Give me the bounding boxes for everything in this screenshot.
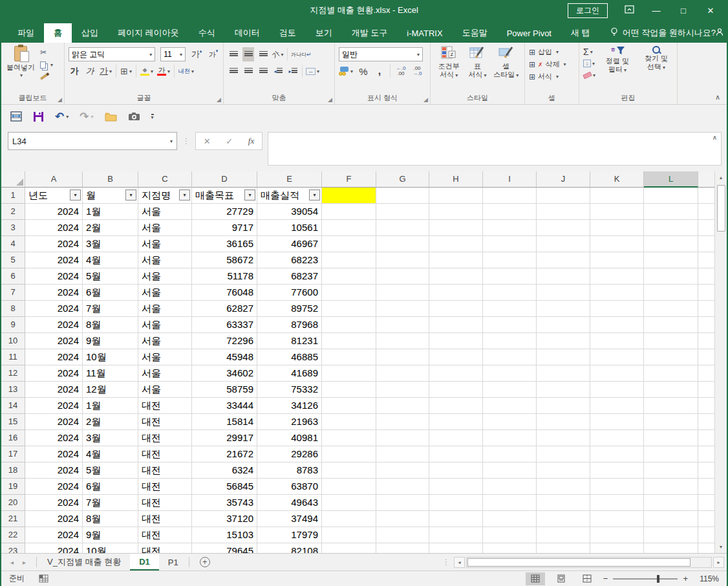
cell[interactable] [644, 414, 698, 430]
cell[interactable] [429, 220, 483, 236]
scroll-right-button[interactable]: ▸ [713, 557, 724, 568]
merge-center-button[interactable]: ↔▾ [306, 64, 319, 78]
cell[interactable] [537, 349, 590, 365]
cell[interactable]: 2024 [25, 333, 83, 349]
cell[interactable] [590, 511, 644, 527]
cell[interactable] [322, 479, 376, 495]
cell[interactable] [376, 204, 429, 220]
row-header-14[interactable]: 14 [1, 398, 25, 414]
cell[interactable] [483, 511, 537, 527]
cell[interactable] [644, 495, 698, 511]
cell[interactable]: 대전 [138, 527, 192, 543]
cell[interactable]: 2024 [25, 268, 83, 285]
minimize-button[interactable]: — [650, 6, 662, 16]
cell[interactable] [429, 268, 483, 285]
macro-record-button[interactable] [39, 574, 48, 583]
number-format-combo[interactable]: 일반▾ [339, 47, 423, 61]
fill-color-button[interactable]: ◆▾ [140, 64, 153, 78]
top-align-button[interactable] [228, 47, 239, 61]
sheet-tab-V_지점별 매출 현황[interactable]: V_지점별 매출 현황 [38, 554, 130, 570]
zoom-in-button[interactable]: + [683, 574, 688, 583]
cell[interactable] [644, 349, 698, 365]
cell[interactable] [483, 430, 537, 446]
maximize-button[interactable]: □ [678, 6, 689, 16]
sort-filter-button[interactable]: ㅎ 정렬 및 필터▾ [601, 46, 634, 94]
cell[interactable] [376, 511, 429, 527]
cell[interactable] [376, 543, 429, 553]
ribbon-display-options-icon[interactable] [623, 5, 635, 16]
cell[interactable]: 2월 [83, 414, 138, 430]
row-header-12[interactable]: 12 [1, 365, 25, 382]
cell[interactable] [537, 382, 590, 398]
increase-decimal-button[interactable]: ←.0.00 [395, 64, 407, 78]
cell[interactable]: 서울 [138, 349, 192, 365]
cell[interactable] [644, 317, 698, 333]
header-cell-C1[interactable]: 지점명▾ [138, 188, 192, 204]
row-header-23[interactable]: 23 [1, 543, 25, 553]
cell[interactable]: 21963 [257, 414, 322, 430]
cell[interactable] [590, 285, 644, 301]
cell[interactable] [590, 414, 644, 430]
insert-cells-button[interactable]: ⊞삽입▾ [529, 46, 575, 58]
cell[interactable]: 대전 [138, 414, 192, 430]
cell[interactable]: 58759 [192, 382, 257, 398]
column-header-H[interactable]: H [429, 171, 483, 188]
cell[interactable] [322, 446, 376, 462]
camera-button[interactable] [128, 112, 140, 121]
cell[interactable]: 21672 [192, 446, 257, 462]
format-painter-button[interactable] [40, 72, 53, 82]
cell[interactable] [483, 349, 537, 365]
cell[interactable]: 46885 [257, 349, 322, 365]
header-cell-E1[interactable]: 매출실적▾ [257, 188, 322, 204]
cell[interactable] [483, 462, 537, 479]
cell[interactable] [590, 365, 644, 382]
cell[interactable]: 10561 [257, 220, 322, 236]
cell[interactable]: 5월 [83, 462, 138, 479]
header-cell-A1[interactable]: 년도▾ [25, 188, 83, 204]
middle-align-button[interactable] [242, 47, 254, 61]
cell[interactable] [644, 188, 698, 204]
cell[interactable]: 89752 [257, 301, 322, 317]
row-header-16[interactable]: 16 [1, 430, 25, 446]
cell[interactable] [644, 527, 698, 543]
cell[interactable] [537, 188, 590, 204]
cell[interactable] [590, 204, 644, 220]
cell[interactable] [483, 479, 537, 495]
ribbon-tab-페이지 레이아웃[interactable]: 페이지 레이아웃 [108, 23, 189, 43]
horizontal-scroll-thumb[interactable] [467, 558, 691, 567]
cell[interactable] [376, 414, 429, 430]
cell[interactable] [644, 398, 698, 414]
cell[interactable]: 10월 [83, 543, 138, 553]
cell[interactable] [483, 220, 537, 236]
conditional-formatting-button[interactable]: ≠ 조건부 서식▾ [434, 46, 463, 94]
cell[interactable] [590, 527, 644, 543]
cell[interactable]: 2024 [25, 204, 83, 220]
cell[interactable] [322, 220, 376, 236]
fill-button[interactable]: ↓▾ [583, 58, 595, 69]
cell[interactable] [483, 495, 537, 511]
cell[interactable] [322, 527, 376, 543]
filter-button-D[interactable]: ▾ [244, 190, 255, 201]
cell[interactable] [322, 268, 376, 285]
row-header-15[interactable]: 15 [1, 414, 25, 430]
page-layout-view-button[interactable] [551, 572, 571, 585]
cell[interactable] [644, 479, 698, 495]
cell-styles-button[interactable]: 셀 스타일▾ [492, 46, 520, 94]
cell[interactable]: 75332 [257, 382, 322, 398]
cell[interactable]: 2024 [25, 252, 83, 268]
cell[interactable] [429, 204, 483, 220]
column-header-L[interactable]: L [644, 171, 698, 188]
row-header-3[interactable]: 3 [1, 220, 25, 236]
cell[interactable] [537, 236, 590, 252]
cell[interactable]: 대전 [138, 430, 192, 446]
increase-font-button[interactable]: 가▴ [191, 47, 202, 61]
zoom-slider-thumb[interactable] [657, 575, 659, 583]
bottom-align-button[interactable] [257, 47, 269, 61]
number-dialog-launcher[interactable]: ◢ [423, 96, 428, 103]
cell[interactable] [376, 398, 429, 414]
ribbon-tab-Power Pivot[interactable]: Power Pivot [497, 23, 561, 43]
cell[interactable] [376, 220, 429, 236]
column-header-C[interactable]: C [138, 171, 192, 188]
cell[interactable] [483, 446, 537, 462]
column-header-G[interactable]: G [376, 171, 429, 188]
